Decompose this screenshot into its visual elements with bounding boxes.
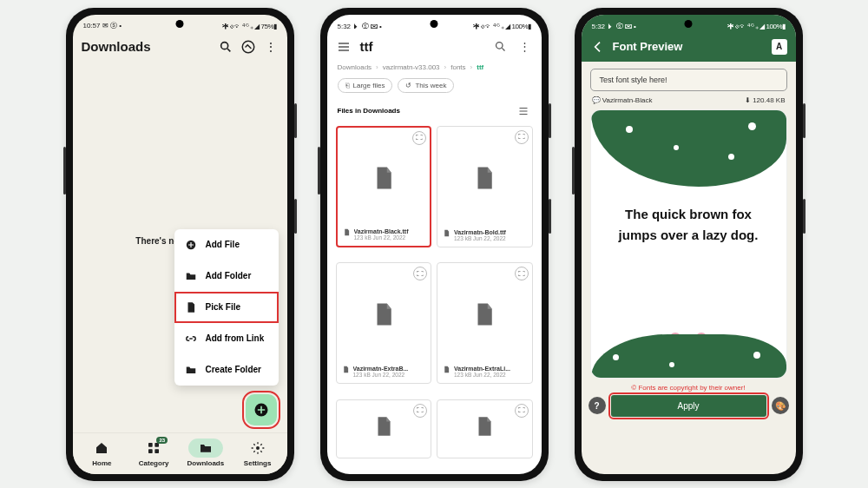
- pangram-text: The quick brown fox jumps over a lazy do…: [591, 204, 786, 246]
- file-card[interactable]: ⛶ Vazirmatn-Black.ttf 123 kB Jun 22, 202…: [336, 126, 432, 247]
- chip-large-files[interactable]: ⎗Large files: [338, 78, 393, 93]
- folder-icon: [183, 362, 199, 378]
- fab-add[interactable]: [246, 394, 277, 425]
- crumb[interactable]: fonts: [450, 63, 465, 71]
- file-card[interactable]: ⛶: [437, 399, 533, 458]
- phone-2: 5:32 ⏵ ⓢ ✉ • ✱ ⊘ ᯤ ⁴ᴳ ₊ ◢ 100%▮ ttf ⋮ Do…: [320, 8, 549, 481]
- nav-settings[interactable]: Settings: [232, 439, 284, 467]
- tag-icon: ⎗: [345, 82, 350, 89]
- file-card[interactable]: ⛶ Vazirmatn-ExtraLi... 123 kB Jun 22, 20…: [437, 262, 533, 384]
- font-info: 💬 Vazirmatn-Black ⬇ 120.48 KB: [582, 95, 796, 109]
- phone-3: 5:32 ⏵ ⓢ ✉ • ✱ ⊘ ᯤ ⁴ᴳ ₊ ◢ 100%▮ Font Pre…: [575, 8, 803, 481]
- phone-1: 10:57 ✉ ⓢ • ✱ ⊘ ᯤ ⁴ᴳ ₊ ◢ 75%▮ Downloads …: [66, 8, 294, 481]
- back-icon[interactable]: [590, 39, 606, 55]
- test-input[interactable]: Test font style here!: [590, 69, 787, 91]
- svg-rect-5: [148, 443, 153, 447]
- chat-icon: 💬: [592, 96, 601, 104]
- folder-plus-icon: [183, 268, 199, 284]
- apply-button[interactable]: Apply: [611, 395, 766, 417]
- file-card[interactable]: ⛶: [336, 399, 432, 458]
- nav-home[interactable]: Home: [76, 439, 128, 467]
- svg-point-10: [496, 43, 503, 49]
- expand-icon[interactable]: ⛶: [515, 404, 529, 418]
- view-toggle-icon[interactable]: [516, 103, 531, 119]
- fab-menu: Add File Add Folder Pick File Add from L…: [174, 229, 279, 386]
- page-title: Font Preview: [613, 40, 765, 53]
- menu-pick-file[interactable]: Pick File: [174, 292, 279, 323]
- nav-category[interactable]: 23 Category: [128, 439, 180, 467]
- crumb[interactable]: vazirmatn-v33.003: [383, 63, 440, 71]
- svg-point-9: [256, 446, 260, 450]
- svg-point-2: [242, 41, 254, 53]
- more-icon[interactable]: ⋮: [263, 39, 279, 55]
- more-icon[interactable]: ⋮: [517, 39, 533, 55]
- font-toggle-icon[interactable]: A: [772, 39, 787, 55]
- file-pick-icon: [183, 300, 199, 315]
- expand-icon[interactable]: ⛶: [515, 267, 529, 280]
- help-icon[interactable]: ?: [589, 397, 606, 414]
- app-header: Font Preview A: [582, 32, 796, 62]
- breadcrumb: Downloads› vazirmatn-v33.003› fonts› ttf: [327, 62, 542, 73]
- palette-icon[interactable]: 🎨: [772, 397, 789, 414]
- svg-point-0: [220, 42, 227, 49]
- menu-add-link[interactable]: Add from Link: [174, 323, 279, 354]
- section-title: Files in Downloads: [338, 107, 400, 115]
- expand-icon[interactable]: ⛶: [413, 404, 427, 418]
- history-icon: ↺: [405, 82, 411, 89]
- expand-icon[interactable]: ⛶: [412, 131, 426, 145]
- copyright-text: © Fonts are copyright by their owner!: [582, 384, 796, 392]
- crumb-current: ttf: [477, 63, 483, 71]
- svg-line-1: [227, 49, 230, 51]
- file-card[interactable]: ⛶ Vazirmatn-ExtraB... 123 kB Jun 22, 202…: [336, 262, 432, 384]
- expand-icon[interactable]: ⛶: [515, 130, 529, 144]
- svg-rect-7: [148, 449, 153, 453]
- file-grid: ⛶ Vazirmatn-Black.ttf 123 kB Jun 22, 202…: [327, 122, 542, 474]
- filter-chips: ⎗Large files ↺This week: [327, 73, 542, 100]
- plus-circle-icon: [183, 237, 199, 253]
- menu-create-folder[interactable]: Create Folder: [174, 354, 279, 386]
- search-icon[interactable]: [493, 39, 509, 55]
- menu-add-folder[interactable]: Add Folder: [174, 260, 279, 292]
- bottom-nav: Home 23 Category Downloads Settings: [73, 432, 287, 474]
- link-icon: [183, 331, 199, 346]
- svg-rect-8: [155, 449, 159, 453]
- download-icon: ⬇: [745, 96, 751, 104]
- chip-this-week[interactable]: ↺This week: [398, 78, 454, 93]
- app-header: Downloads ⋮: [73, 32, 287, 62]
- file-card[interactable]: ⛶ Vazirmatn-Bold.ttf 123 kB Jun 22, 2022: [437, 126, 533, 247]
- app-header: ttf ⋮: [327, 32, 542, 62]
- menu-add-file[interactable]: Add File: [174, 229, 279, 260]
- badge: 23: [156, 437, 168, 444]
- svg-line-11: [502, 48, 504, 50]
- page-title: ttf: [360, 39, 484, 54]
- nav-downloads[interactable]: Downloads: [180, 439, 232, 467]
- menu-icon[interactable]: [336, 39, 352, 55]
- progress-icon[interactable]: [240, 39, 256, 55]
- search-icon[interactable]: [218, 39, 233, 55]
- preview-card: The quick brown fox jumps over a lazy do…: [590, 109, 787, 379]
- crumb[interactable]: Downloads: [338, 63, 372, 71]
- page-title: Downloads: [82, 39, 211, 54]
